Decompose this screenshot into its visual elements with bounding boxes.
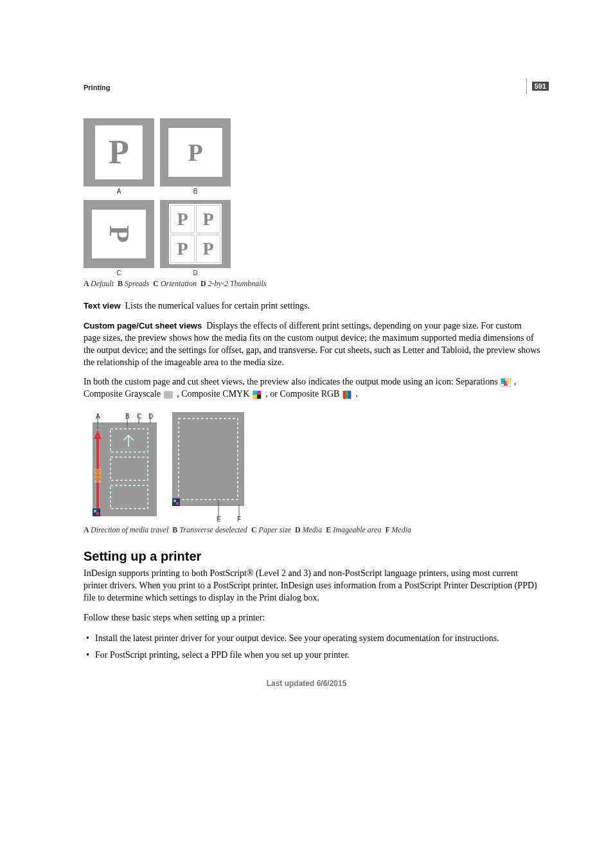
- fig1-label-c: C: [84, 269, 154, 276]
- svg-rect-10: [257, 395, 261, 399]
- cmyk-icon: [253, 390, 263, 399]
- text-view-body: Lists the numerical values for certain p…: [125, 301, 310, 311]
- fig1-label-b: B: [160, 188, 231, 195]
- heading-setting-up-printer: Setting up a printer: [84, 549, 540, 564]
- setting-up-bullets: Install the latest printer driver for yo…: [84, 632, 540, 662]
- letter-p-glyph: P: [202, 210, 213, 228]
- svg-rect-19: [95, 474, 100, 476]
- custom-view-paragraph: Custom page/Cut sheet views Displays the…: [84, 320, 540, 369]
- svg-text:D: D: [148, 413, 153, 420]
- svg-rect-18: [95, 470, 100, 473]
- svg-rect-25: [94, 510, 96, 512]
- page-number: 591: [532, 82, 549, 91]
- rgb-icon: [342, 390, 353, 399]
- svg-rect-14: [348, 391, 351, 399]
- svg-text:C: C: [137, 413, 141, 420]
- svg-rect-39: [176, 502, 179, 505]
- svg-rect-8: [257, 391, 261, 395]
- letter-p-glyph: P: [177, 240, 188, 258]
- svg-rect-3: [506, 379, 510, 384]
- fig1-tile-spreads: P: [160, 118, 231, 186]
- svg-rect-5: [164, 392, 172, 398]
- svg-text:E: E: [217, 516, 221, 523]
- fig1-tile-thumbnails: P P P P: [160, 200, 231, 268]
- fig2-caption: A Direction of media travel B Transverse…: [84, 525, 540, 535]
- output-modes-paragraph: In both the custom page and cut sheet vi…: [84, 376, 540, 401]
- letter-p-glyph: P: [202, 240, 213, 258]
- figure-media-travel: A B C D E F: [84, 408, 540, 523]
- letter-p-glyph: P: [177, 210, 188, 228]
- svg-rect-13: [346, 391, 348, 399]
- fig1-label-a: A: [84, 188, 154, 195]
- figure-page-fit-options: P P A B P P P P P C: [84, 118, 231, 276]
- letter-p-glyph: P: [109, 136, 129, 169]
- separations-icon: [501, 378, 511, 387]
- fig1-tile-default: P: [84, 118, 154, 186]
- setting-up-p2: Follow these basic steps when setting up…: [84, 612, 540, 624]
- custom-view-label: Custom page/Cut sheet views: [84, 321, 202, 330]
- fig1-label-d: D: [160, 269, 231, 276]
- fig2-left-diagram: A B C D: [84, 413, 161, 523]
- svg-text:B: B: [125, 413, 130, 420]
- svg-rect-26: [96, 512, 99, 515]
- fig1-tile-orientation: P: [84, 200, 154, 268]
- svg-text:F: F: [237, 516, 241, 523]
- letter-p-rotated-glyph: P: [105, 226, 133, 243]
- svg-rect-9: [253, 395, 257, 399]
- text-view-paragraph: Text view Lists the numerical values for…: [84, 300, 540, 312]
- fig1-caption: A Default B Spreads C Orientation D 2-by…: [84, 279, 540, 289]
- fig2-right-diagram: E F: [168, 408, 248, 523]
- svg-rect-35: [172, 412, 244, 506]
- svg-text:A: A: [96, 413, 100, 420]
- svg-rect-7: [253, 391, 257, 395]
- svg-rect-20: [95, 478, 100, 480]
- list-item: Install the latest printer driver for yo…: [84, 632, 540, 645]
- setting-up-p1: InDesign supports printing to both PostS…: [84, 568, 540, 604]
- letter-p-glyph: P: [188, 140, 202, 165]
- svg-rect-15: [93, 422, 157, 516]
- text-view-label: Text view: [84, 301, 121, 311]
- section-header: Printing: [84, 84, 540, 91]
- svg-rect-12: [343, 391, 346, 399]
- footer-last-updated: Last updated 6/6/2015: [0, 679, 613, 688]
- grayscale-icon: [164, 390, 174, 399]
- page-number-rule: 591: [526, 78, 549, 94]
- list-item: For PostScript printing, select a PPD fi…: [84, 649, 540, 662]
- svg-rect-38: [173, 500, 176, 502]
